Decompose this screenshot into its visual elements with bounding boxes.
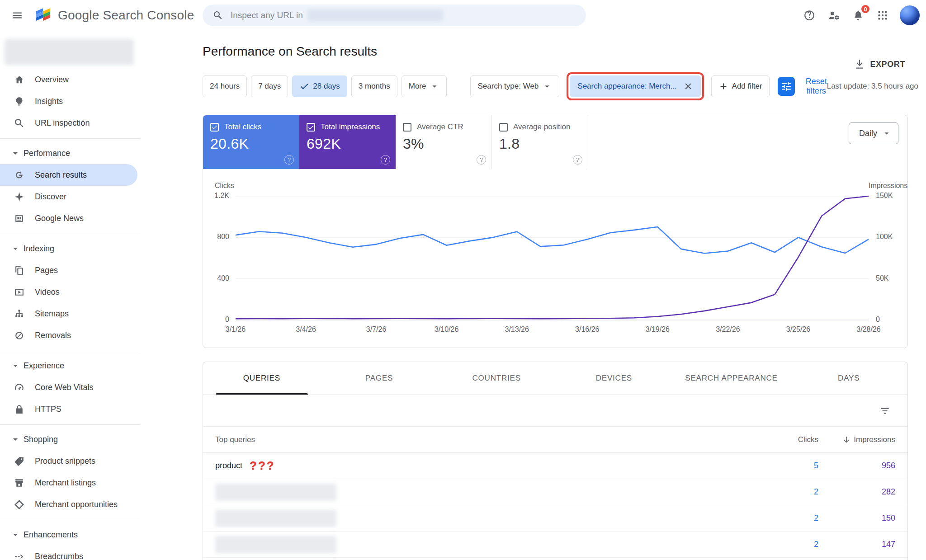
impressions-value[interactable]: 956: [818, 461, 907, 471]
sidebar-item-core-web-vitals[interactable]: Core Web Vitals: [0, 376, 137, 398]
help-icon[interactable]: ?: [573, 155, 582, 165]
sidebar-item-insights[interactable]: Insights: [0, 90, 137, 112]
tab-label: COUNTRIES: [472, 374, 521, 383]
sidebar-item-url-inspection[interactable]: URL inspection: [0, 112, 137, 134]
impressions-value[interactable]: 150: [818, 513, 907, 523]
metric-label: Total impressions: [321, 122, 380, 132]
google-apps-button[interactable]: [872, 5, 893, 26]
metric-card-average-position[interactable]: Average position1.8?: [492, 115, 588, 169]
tab-queries[interactable]: QUERIES: [203, 362, 321, 395]
x-axis-tick-label: 3/22/26: [706, 325, 750, 334]
table-row[interactable]: 2147: [203, 532, 907, 558]
date-range-chip-3-months[interactable]: 3 months: [351, 75, 397, 97]
sidebar-section-header-experience[interactable]: Experience: [0, 355, 140, 376]
sidebar-item-pages[interactable]: Pages: [0, 259, 137, 281]
date-range-chip-7-days[interactable]: 7 days: [251, 75, 288, 97]
sidebar-section-header-indexing[interactable]: Indexing: [0, 238, 140, 259]
tab-pages[interactable]: PAGES: [321, 362, 438, 395]
tab-days[interactable]: DAYS: [790, 362, 907, 395]
sidebar-item-google-news[interactable]: Google News: [0, 207, 137, 229]
column-header-clicks[interactable]: Clicks: [751, 435, 818, 444]
sidebar-section-header-shopping[interactable]: Shopping: [0, 428, 140, 450]
help-icon[interactable]: ?: [284, 155, 294, 165]
date-range-chip-28-days[interactable]: 28 days: [292, 75, 347, 97]
unchecked-checkbox[interactable]: [499, 123, 508, 132]
filter-settings-button[interactable]: [778, 77, 795, 96]
granularity-dropdown[interactable]: Daily: [849, 122, 898, 144]
checked-checkbox[interactable]: [210, 123, 219, 132]
hamburger-icon: [11, 9, 23, 21]
checked-checkbox[interactable]: [307, 123, 315, 132]
clicks-value[interactable]: 2: [751, 540, 818, 549]
table-row[interactable]: 2150: [203, 505, 907, 532]
metric-card-total-clicks[interactable]: Total clicks20.6K?: [203, 115, 299, 169]
url-inspect-search-input[interactable]: Inspect any URL in: [203, 5, 586, 26]
table-row[interactable]: product???5956: [203, 453, 907, 479]
table-row[interactable]: 2282: [203, 479, 907, 505]
tab-search-appearance[interactable]: SEARCH APPEARANCE: [673, 362, 790, 395]
download-icon: [854, 58, 865, 70]
sidebar-section-shopping: ShoppingProduct snippetsMerchant listing…: [0, 424, 140, 515]
tab-devices[interactable]: DEVICES: [555, 362, 673, 395]
help-icon[interactable]: ?: [477, 155, 486, 165]
section-label: Enhancements: [24, 530, 78, 540]
sidebar-item-https[interactable]: HTTPS: [0, 398, 137, 420]
tab-countries[interactable]: COUNTRIES: [438, 362, 555, 395]
sidebar-section-header-performance[interactable]: Performance: [0, 142, 140, 164]
section-label: Indexing: [24, 244, 54, 254]
date-range-chip-24-hours[interactable]: 24 hours: [203, 75, 247, 97]
impressions-value[interactable]: 147: [818, 540, 907, 549]
table-filter-button[interactable]: [874, 400, 896, 422]
annotation-highlight-ring: Search appearance: Merch...: [567, 72, 704, 100]
column-header-queries[interactable]: Top queries: [203, 435, 751, 444]
manage-users-button[interactable]: [823, 5, 845, 26]
date-range-more-dropdown[interactable]: More: [402, 75, 447, 97]
filter-bar: 24 hours7 days28 days3 months More Searc…: [203, 72, 908, 100]
y-axis-tick-label: 1.2K: [203, 192, 229, 200]
chevron-down-icon: [882, 128, 892, 138]
sidebar-item-merchant-opportunities[interactable]: Merchant opportunities: [0, 494, 137, 515]
sidebar-item-videos[interactable]: Videos: [0, 281, 137, 303]
app-logo[interactable]: Google Search Console: [33, 6, 194, 25]
sidebar-item-overview[interactable]: Overview: [0, 69, 137, 90]
sidebar-item-search-results[interactable]: Search results: [0, 164, 137, 186]
sidebar-item-label: Core Web Vitals: [35, 383, 93, 392]
sidebar-item-product-snippets[interactable]: Product snippets: [0, 450, 137, 472]
clicks-value[interactable]: 2: [751, 487, 818, 497]
sidebar-item-discover[interactable]: Discover: [0, 186, 137, 207]
sidebar-section-header-enhancements[interactable]: Enhancements: [0, 524, 140, 546]
property-selector-redacted[interactable]: [5, 39, 134, 65]
chart-plot[interactable]: [236, 191, 869, 322]
chip-label: 24 hours: [210, 82, 240, 91]
unchecked-checkbox[interactable]: [403, 123, 411, 132]
sidebar-item-sitemaps[interactable]: Sitemaps: [0, 303, 137, 325]
account-avatar[interactable]: [900, 5, 920, 25]
timeseries-chart[interactable]: ClicksImpressions04008001.2K050K100K150K…: [203, 169, 907, 348]
impressions-value[interactable]: 282: [818, 487, 907, 497]
y-axis-tick-label: 800: [203, 233, 229, 241]
main-menu-button[interactable]: [6, 5, 28, 26]
search-type-filter[interactable]: Search type: Web: [470, 75, 559, 97]
add-filter-button[interactable]: Add filter: [711, 75, 770, 97]
redacted-query: [215, 484, 336, 501]
sidebar-item-label: Removals: [35, 331, 71, 340]
clicks-value[interactable]: 5: [751, 461, 818, 471]
sidebar-item-breadcrumbs[interactable]: Breadcrumbs: [0, 546, 137, 560]
sidebar-item-removals[interactable]: Removals: [0, 325, 137, 346]
metric-card-average-ctr[interactable]: Average CTR3%?: [396, 115, 492, 169]
search-appearance-filter-chip[interactable]: Search appearance: Merch...: [570, 75, 700, 97]
sidebar-item-merchant-listings[interactable]: Merchant listings: [0, 472, 137, 494]
close-icon[interactable]: [683, 81, 693, 91]
help-icon[interactable]: ?: [381, 155, 390, 165]
sidebar-item-label: Merchant listings: [35, 478, 96, 488]
column-header-impressions[interactable]: Impressions: [818, 435, 907, 444]
sidebar-item-label: Search results: [35, 170, 87, 180]
help-button[interactable]: [798, 5, 820, 26]
section-label: Shopping: [24, 435, 58, 444]
reset-filters-link[interactable]: Reset filters: [806, 77, 827, 96]
tab-label: DEVICES: [596, 374, 632, 383]
table-header: Top queries Clicks Impressions: [203, 427, 907, 453]
clicks-value[interactable]: 2: [751, 513, 818, 523]
export-button[interactable]: EXPORT: [851, 58, 908, 71]
metric-card-total-impressions[interactable]: Total impressions692K?: [299, 115, 396, 169]
